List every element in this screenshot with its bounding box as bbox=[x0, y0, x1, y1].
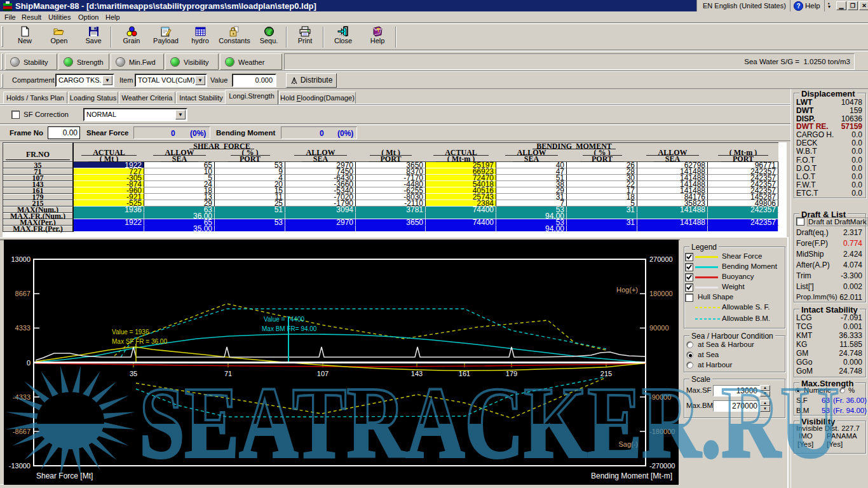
svg-text:35: 35 bbox=[130, 370, 137, 377]
svg-text:-4333: -4333 bbox=[13, 393, 31, 401]
svg-text:179: 179 bbox=[506, 370, 517, 377]
svg-text:Hog(+): Hog(+) bbox=[616, 286, 638, 294]
svg-text:-8667: -8667 bbox=[13, 428, 31, 435]
svg-text:107: 107 bbox=[317, 370, 329, 377]
svg-text:Value = 74400: Value = 74400 bbox=[264, 316, 304, 323]
svg-text:Value = 1936: Value = 1936 bbox=[112, 329, 149, 336]
svg-text:?: ? bbox=[796, 3, 800, 10]
svg-text:0: 0 bbox=[27, 359, 31, 367]
svg-text:4333: 4333 bbox=[15, 324, 31, 332]
svg-text:215: 215 bbox=[600, 370, 612, 377]
svg-text:-180000: -180000 bbox=[649, 428, 675, 435]
svg-text:13000: 13000 bbox=[11, 255, 31, 263]
svg-text:Bending Moment [Mt-m]: Bending Moment [Mt-m] bbox=[591, 471, 672, 480]
svg-text:90000: 90000 bbox=[649, 324, 669, 332]
svg-text:-270000: -270000 bbox=[649, 462, 675, 470]
svg-text:Max SF FR = 36.00: Max SF FR = 36.00 bbox=[112, 338, 167, 345]
svg-text:8667: 8667 bbox=[15, 290, 31, 297]
svg-text:Sag(-): Sag(-) bbox=[618, 440, 638, 448]
svg-text:Shear Force [Mt]: Shear Force [Mt] bbox=[36, 471, 93, 480]
svg-text:-13000: -13000 bbox=[9, 462, 31, 470]
svg-text:270000: 270000 bbox=[649, 255, 673, 263]
svg-text:71: 71 bbox=[224, 370, 232, 377]
svg-text:180000: 180000 bbox=[649, 290, 673, 297]
svg-text:Max BM FR= 94.00: Max BM FR= 94.00 bbox=[262, 325, 317, 332]
svg-text:143: 143 bbox=[411, 370, 423, 377]
svg-text:-90000: -90000 bbox=[649, 393, 671, 401]
